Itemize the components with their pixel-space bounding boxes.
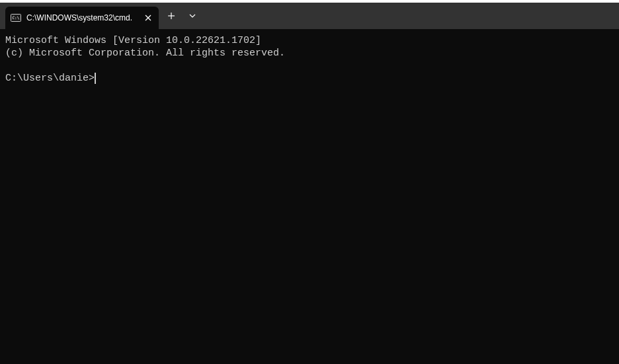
tab-bar-actions [159, 3, 202, 29]
banner-line-1: Microsoft Windows [Version 10.0.22621.17… [5, 34, 614, 47]
svg-text:C:\: C:\ [13, 15, 20, 20]
prompt-line: C:\Users\danie> [5, 72, 614, 85]
close-icon [145, 15, 151, 21]
terminal-output[interactable]: Microsoft Windows [Version 10.0.22621.17… [0, 29, 619, 364]
banner-line-2: (c) Microsoft Corporation. All rights re… [5, 47, 614, 59]
prompt-text: C:\Users\danie> [5, 72, 95, 85]
plus-icon [167, 12, 175, 20]
tab-title: C:\WINDOWS\system32\cmd. [26, 13, 138, 22]
tab-dropdown-button[interactable] [183, 6, 202, 26]
cursor [95, 73, 96, 84]
new-tab-button[interactable] [161, 6, 181, 26]
tab-close-button[interactable] [143, 13, 153, 23]
cmd-icon: C:\ [11, 13, 21, 23]
tab-cmd[interactable]: C:\ C:\WINDOWS\system32\cmd. [5, 7, 159, 29]
chevron-down-icon [189, 13, 196, 19]
tab-bar: C:\ C:\WINDOWS\system32\cmd. [0, 3, 619, 29]
